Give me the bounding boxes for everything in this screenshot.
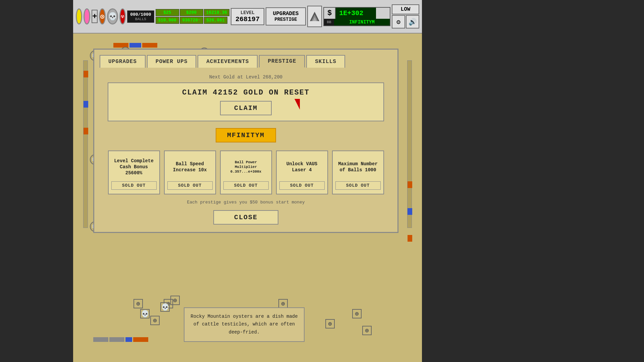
- upgrade-title-0: Level Complete Cash Bonus 25600%: [111, 155, 157, 179]
- next-gold-text: Next Gold at Level 268,200: [108, 74, 384, 80]
- trivia-text: Rocky Mountain oysters are a dish made o…: [191, 314, 298, 335]
- right-dark-panel: [422, 0, 644, 362]
- prog-seg-orange2: [142, 43, 157, 48]
- plus-bottom-1[interactable]: ⊕: [133, 299, 143, 308]
- yellow-ball-icon[interactable]: [76, 8, 82, 24]
- top-progress-bar: [113, 43, 157, 48]
- game-board: ⊕ 💀 💀 💀 💀 ⊕ 💀 ⊕ ⊕ 💀 ⊕ ⊕ ⊕ ⊕ ⊕ Rocky Moun…: [73, 34, 422, 362]
- rank-icon: [308, 10, 321, 23]
- quality-section: LOW ⚙ 🔊: [392, 4, 419, 28]
- bb-label: BB: [324, 19, 334, 25]
- right-slider-handle-orange2[interactable]: [408, 235, 412, 242]
- money-display: $ 1E+302 BB INFINITYM: [323, 7, 390, 26]
- sold-out-0: SOLD OUT: [111, 181, 157, 190]
- target-ball-icon[interactable]: ⊙: [99, 8, 105, 24]
- claim-button[interactable]: CLAIM: [220, 101, 272, 115]
- level-label: LEVEL: [235, 10, 260, 15]
- add-ball-button[interactable]: +: [92, 10, 98, 23]
- left-slider-handle-orange2[interactable]: [84, 128, 88, 134]
- plus-bottom-2[interactable]: ⊕: [150, 316, 160, 325]
- cash-item-4: 936728~: [180, 17, 203, 24]
- right-slider-handle-blue[interactable]: [408, 208, 412, 215]
- upgrade-title-2: Ball Power Multiplier6.357...e+300x: [223, 155, 269, 179]
- balls-count-value: 000/1000: [130, 12, 151, 17]
- plus-bottom-skull: 💀: [140, 309, 150, 318]
- cash-item-3: $10,000: [156, 17, 179, 24]
- upgrades-label: UPGRADES: [272, 11, 300, 17]
- cash-item-1: $200: [180, 9, 203, 16]
- cash-item-2: 16218.36: [204, 9, 229, 16]
- plus-right-4[interactable]: ⊕: [362, 326, 372, 335]
- infinitym-button[interactable]: MFINITYM: [216, 128, 276, 142]
- balls-counter: 000/1000 BALLS: [127, 10, 154, 23]
- close-button[interactable]: CLOSE: [213, 210, 278, 225]
- upgrade-cards: Level Complete Cash Bonus 25600% SOLD OU…: [108, 150, 384, 194]
- upgrade-card-0: Level Complete Cash Bonus 25600% SOLD OU…: [108, 150, 160, 194]
- settings-button[interactable]: ⚙: [392, 15, 405, 28]
- skull-ball-icon[interactable]: 💀: [107, 8, 118, 24]
- sold-out-4: SOLD OUT: [335, 181, 381, 190]
- bottom-progress-bar: [93, 337, 148, 342]
- sold-out-2: SOLD OUT: [223, 181, 269, 190]
- right-slider-handle-orange[interactable]: [408, 181, 412, 188]
- upgrades-prestige-button[interactable]: UPGRADES PRESTIGE: [266, 7, 306, 25]
- dollar-sign: $: [324, 8, 336, 19]
- plus-bottom-4: 💀: [160, 302, 170, 312]
- cash-item-5: $26,081: [204, 17, 227, 24]
- red-ball-icon[interactable]: ☢: [119, 8, 126, 24]
- bot-seg-orange: [133, 337, 148, 342]
- left-slider-handle-blue[interactable]: [84, 101, 88, 108]
- right-slider-track: [407, 60, 412, 228]
- tab-achievements[interactable]: ACHIEVEMENTS: [198, 55, 258, 68]
- left-slider-track: [83, 60, 88, 228]
- prestige-modal: UPGRADES POWER UPS ACHIEVEMENTS PRESTIGE…: [93, 49, 398, 233]
- tab-skills[interactable]: SKILLS: [306, 55, 345, 68]
- bot-seg-2: [109, 337, 124, 342]
- cash-item-0: $25: [156, 9, 179, 16]
- tab-upgrades[interactable]: UPGRADES: [100, 55, 146, 68]
- prog-seg-blue1: [129, 43, 141, 48]
- bot-seg-1: [93, 337, 108, 342]
- rank-button[interactable]: [307, 6, 322, 27]
- prestige-bonus-text: Each prestige gives you $50 bonus start …: [108, 200, 384, 205]
- sound-button[interactable]: 🔊: [406, 15, 419, 28]
- trivia-box: Rocky Mountain oysters are a dish made o…: [184, 307, 305, 342]
- level-box: LEVEL 268197: [231, 8, 264, 25]
- plus-bottom-5[interactable]: ⊕: [170, 296, 180, 305]
- sold-out-3: SOLD OUT: [279, 181, 325, 190]
- money-value: 1E+302: [336, 8, 376, 19]
- left-dark-panel: [0, 0, 73, 362]
- plus-right-3[interactable]: ⊕: [352, 309, 362, 318]
- tab-power-ups[interactable]: POWER UPS: [147, 55, 196, 68]
- mouse-cursor: [294, 99, 300, 110]
- claim-box: CLAIM 42152 GOLD ON RESET CLAIM: [108, 82, 384, 121]
- left-slider-handle-orange[interactable]: [84, 71, 88, 77]
- money-name: INFINITYM: [334, 19, 390, 25]
- modal-content: Next Gold at Level 268,200 CLAIM 42152 G…: [94, 68, 397, 231]
- cash-displays: $25 $200 16218.36 $10,000 936728~ $26,08…: [156, 9, 229, 24]
- upgrade-title-4: Maximum Number of Balls 1000: [335, 155, 381, 179]
- upgrade-card-3: Unlock VAUS Laser 4 SOLD OUT: [276, 150, 328, 194]
- upgrade-card-4: Maximum Number of Balls 1000 SOLD OUT: [332, 150, 384, 194]
- balls-label: BALLS: [135, 17, 146, 21]
- upgrade-title-3: Unlock VAUS Laser 4: [279, 155, 325, 179]
- prestige-label: PRESTIGE: [272, 17, 300, 22]
- upgrade-title-1: Ball Speed Increase 10x: [167, 155, 213, 179]
- tab-prestige[interactable]: PRESTIGE: [259, 55, 305, 68]
- level-value: 268197: [235, 15, 260, 23]
- upgrade-card-1: Ball Speed Increase 10x SOLD OUT: [164, 150, 216, 194]
- pink-ball-icon[interactable]: [84, 8, 90, 24]
- plus-right-2[interactable]: ⊕: [325, 319, 335, 328]
- sold-out-1: SOLD OUT: [167, 181, 213, 190]
- modal-tabs: UPGRADES POWER UPS ACHIEVEMENTS PRESTIGE…: [94, 50, 397, 68]
- bot-seg-blue: [125, 337, 132, 342]
- claim-gold-text: CLAIM 42152 GOLD ON RESET: [116, 88, 375, 97]
- hud-bar: + ⊙ 💀 ☢ 000/1000 BALLS $25 $200 16218.36…: [73, 0, 422, 34]
- upgrade-card-2: Ball Power Multiplier6.357...e+300x SOLD…: [220, 150, 272, 194]
- quality-button[interactable]: LOW: [392, 4, 419, 14]
